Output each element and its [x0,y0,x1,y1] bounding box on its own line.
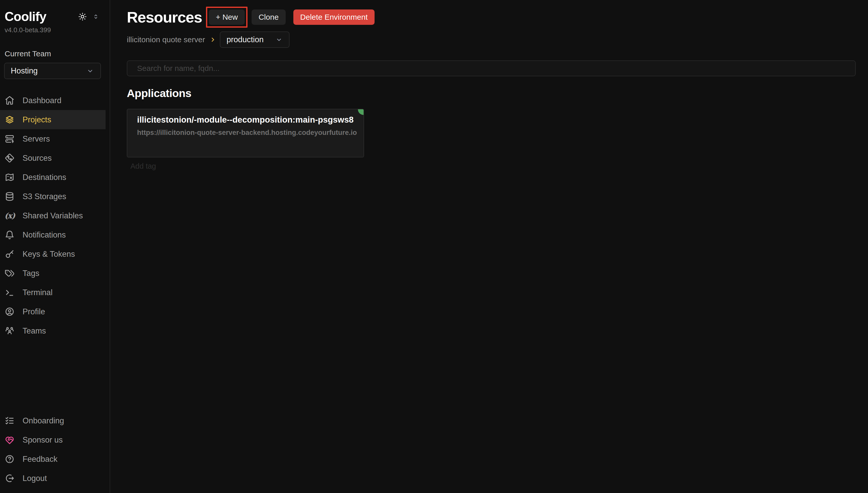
annotation-highlight-box: + New [206,7,247,28]
sidebar-item-logout[interactable]: Logout [0,469,106,488]
environment-select-value: production [226,35,264,44]
sidebar-item-label: Profile [23,307,45,316]
git-icon [5,153,15,163]
sidebar-collapse-button[interactable] [92,13,99,20]
theme-toggle-button[interactable] [78,12,87,21]
sidebar-item-label: Terminal [23,288,53,297]
bell-icon [5,230,15,240]
logout-icon [5,473,15,483]
sidebar: Coolify v4.0.0-beta.399 Current Team Hos… [0,0,110,493]
application-card[interactable]: illicitestonion/-module--decomposition:m… [127,109,364,157]
sidebar-item-notifications[interactable]: Notifications [0,225,106,244]
sidebar-item-label: Projects [23,115,51,124]
sidebar-item-projects[interactable]: Projects [0,110,106,129]
variable-icon: (x) [5,211,15,221]
current-team-label: Current Team [5,49,99,58]
sidebar-item-label: Logout [23,474,47,483]
app-logo: Coolify [5,9,46,24]
search-input[interactable] [127,60,856,76]
sun-icon [78,12,87,21]
sidebar-item-terminal[interactable]: Terminal [0,283,106,302]
chevron-down-icon [86,67,94,75]
help-circle-icon [5,454,15,464]
tags-icon [5,268,15,278]
sidebar-item-label: Notifications [23,230,66,240]
heart-handshake-icon [5,435,15,445]
sidebar-item-label: Destinations [23,173,66,182]
sidebar-item-keys-tokens[interactable]: Keys & Tokens [0,244,106,264]
add-tag-input[interactable] [130,162,238,170]
server-icon [5,134,15,144]
key-icon [5,249,15,259]
sidebar-item-onboarding[interactable]: Onboarding [0,411,106,430]
chevron-down-icon [275,36,283,44]
sidebar-footer-nav: Onboarding Sponsor us Feedback Logout [0,411,110,493]
sidebar-item-label: Dashboard [23,96,61,105]
sidebar-item-dashboard[interactable]: Dashboard [0,91,106,110]
chevrons-up-down-icon [92,13,99,20]
chevron-right-icon [210,36,216,43]
application-title: illicitestonion/-module--decomposition:m… [137,115,354,125]
sidebar-item-label: Sponsor us [23,435,63,445]
sidebar-item-label: S3 Storages [23,192,66,201]
users-icon [5,326,15,336]
sidebar-item-servers[interactable]: Servers [0,129,106,148]
page-title: Resources [127,8,202,26]
page-header: Resources + New Clone Delete Environment [127,6,856,28]
app-version: v4.0.0-beta.399 [5,26,99,34]
sidebar-header: Coolify v4.0.0-beta.399 Current Team Hos… [0,0,110,79]
home-icon [5,95,15,105]
sidebar-item-label: Sources [23,154,52,163]
layers-icon [5,115,15,125]
sidebar-item-sources[interactable]: Sources [0,148,106,168]
sidebar-item-label: Feedback [23,455,57,464]
sidebar-item-s3-storages[interactable]: S3 Storages [0,187,106,206]
sidebar-item-label: Onboarding [23,416,64,425]
sidebar-item-shared-variables[interactable]: (x) Shared Variables [0,206,106,225]
sidebar-item-profile[interactable]: Profile [0,302,106,321]
applications-section-title: Applications [127,87,856,100]
sidebar-item-sponsor-us[interactable]: Sponsor us [0,430,106,449]
map-icon [5,172,15,182]
sidebar-item-feedback[interactable]: Feedback [0,449,106,469]
sidebar-item-label: Shared Variables [23,211,83,220]
clone-button[interactable]: Clone [252,9,285,25]
sidebar-item-label: Keys & Tokens [23,250,75,259]
sidebar-item-teams[interactable]: Teams [0,321,106,340]
application-url: https://illicitonion-quote-server-backen… [137,129,354,137]
breadcrumb-project-link[interactable]: illicitonion quote server [127,35,205,44]
environment-select[interactable]: production [220,31,290,48]
sidebar-item-tags[interactable]: Tags [0,264,106,283]
new-button[interactable]: + New [209,9,245,25]
checklist-icon [5,416,15,426]
team-select-value: Hosting [11,66,38,76]
status-indicator [358,109,364,115]
sidebar-item-label: Teams [23,326,46,336]
sidebar-item-destinations[interactable]: Destinations [0,168,106,187]
delete-environment-button[interactable]: Delete Environment [293,9,375,25]
breadcrumb: illicitonion quote server production [127,31,856,48]
team-select[interactable]: Hosting [4,63,101,79]
database-icon [5,191,15,201]
terminal-icon [5,287,15,297]
sidebar-item-label: Servers [23,134,50,144]
sidebar-item-label: Tags [23,269,39,278]
sidebar-nav: Dashboard Projects Servers Sources Desti… [0,91,110,340]
user-circle-icon [5,307,15,317]
main-content: Resources + New Clone Delete Environment… [111,0,868,493]
